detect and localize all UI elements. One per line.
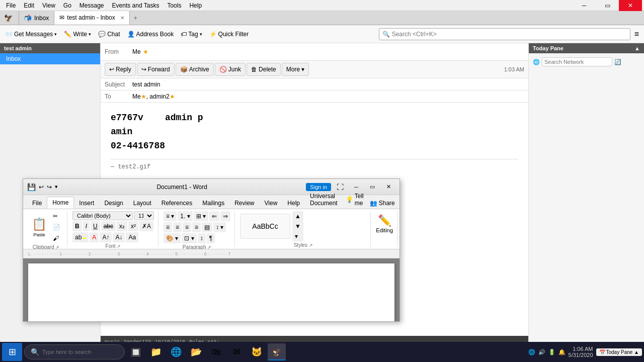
styles-expand[interactable]: ▾ [292,231,303,241]
start-button[interactable]: ⊞ [2,343,22,361]
write-button[interactable]: ✏️ Write ▾ [61,27,94,41]
tab-email[interactable]: ✉ test admin - Inbox ✕ [54,11,129,25]
archive-button[interactable]: 📦 Archive [176,63,214,76]
multilevel-button[interactable]: ⊞ ▾ [194,211,208,221]
word-close-button[interactable]: ✕ [381,182,395,192]
bullets-button[interactable]: ≡ ▾ [164,211,177,221]
word-save-icon[interactable]: 💾 [27,183,36,191]
junk-button[interactable]: 🚫 Junk [215,63,246,76]
search-input[interactable] [392,31,627,38]
shading-button[interactable]: 🎨 ▾ [164,233,181,243]
ribbon-tab-design[interactable]: Design [99,198,128,209]
taskbar-thunderbird-active[interactable]: 🦅 [268,343,286,360]
ribbon-tab-view[interactable]: View [260,198,283,209]
word-content[interactable] [38,274,384,314]
highlight-button[interactable]: ab▬ [72,232,89,242]
ribbon-tab-help[interactable]: Help [282,198,305,209]
from-star-icon[interactable]: ★ [143,48,148,55]
superscript-button[interactable]: x² [128,221,138,231]
network-search-input[interactable] [542,57,612,66]
editing-button[interactable]: ✏️ Editing [376,211,393,236]
menu-message[interactable]: Message [75,2,108,9]
borders-button[interactable]: ⊡ ▾ [182,233,196,243]
columns-button[interactable]: ▤ [202,222,212,232]
bold-button[interactable]: B [72,221,82,231]
clear-format-button[interactable]: ✗A [139,221,153,231]
format-painter-button[interactable]: 🖌 [50,233,63,243]
italic-button[interactable]: I [83,221,90,231]
styles-scroll-up[interactable]: ▲ [292,211,303,221]
ribbon-tab-layout[interactable]: Layout [128,198,156,209]
ribbon-tab-references[interactable]: References [156,198,197,209]
ribbon-tab-universal[interactable]: Universal Document [305,191,343,209]
sort-button[interactable]: ↕ [198,233,206,243]
font-name-dropdown[interactable]: Calibri (Body) [72,211,133,220]
tag-button[interactable]: 🏷 Tag ▾ [178,27,205,41]
tray-sound-icon[interactable]: 🔊 [538,349,545,355]
ribbon-tab-insert[interactable]: Insert [74,198,99,209]
tab-inbox[interactable]: 🦅 [0,11,19,25]
styles-gallery[interactable]: AaBbCc [240,214,290,239]
word-redo-icon[interactable]: ↪ [47,184,52,191]
ribbon-tab-review[interactable]: Review [229,198,259,209]
show-formatting-button[interactable]: ¶ [207,233,215,243]
align-right-button[interactable]: ≡ [183,222,191,232]
subscript-button[interactable]: x₂ [117,221,127,231]
menu-edit[interactable]: Edit [20,2,38,9]
clipboard-expand-icon[interactable]: ↗ [55,245,59,249]
cut-button[interactable]: ✂ [50,211,63,221]
taskbar-store[interactable]: 🛍 [207,343,225,361]
font-expand-icon[interactable]: ↗ [117,244,121,249]
copy-button[interactable]: 📄 [50,222,63,232]
taskbar-search-input[interactable] [42,349,113,355]
underline-button[interactable]: U [91,221,100,231]
align-left-button[interactable]: ≡ [164,222,172,232]
tab-inbox-label[interactable]: 📬 Inbox [19,11,54,25]
taskbar-mail[interactable]: ✉ [227,343,246,361]
increase-indent-button[interactable]: ⇒ [220,211,230,221]
menu-view[interactable]: View [38,2,59,9]
decrease-indent-button[interactable]: ⇐ [209,211,219,221]
forward-button[interactable]: ↪ Forward [137,63,175,76]
today-pane-button[interactable]: 📅 Today Pane ▲ [596,348,642,356]
menu-help[interactable]: Help [185,2,206,9]
menu-file[interactable]: File [2,2,20,9]
new-tab-button[interactable]: + [130,11,141,25]
font-size-up-button[interactable]: A↑ [100,232,112,242]
quick-filter-button[interactable]: ⚡ Quick Filter [206,27,252,41]
paste-button[interactable]: 📋 Paste [29,215,49,240]
taskbar-files[interactable]: 📂 [187,343,205,361]
font-size-dropdown[interactable]: 11 [134,211,154,220]
font-color-button[interactable]: A [90,232,99,242]
taskbar-explorer[interactable]: 📁 [147,343,165,361]
taskbar-clock[interactable]: 1:06 AM 5/31/2020 [569,346,593,358]
word-undo-icon[interactable]: ↩ [39,184,44,191]
ribbon-tab-share[interactable]: 👥 Share [367,198,398,209]
chat-button[interactable]: 💬 Chat [95,27,123,41]
word-restore-button[interactable]: ▭ [365,182,379,192]
ribbon-tab-mailings[interactable]: Mailings [197,198,229,209]
ribbon-tab-tellme[interactable]: 💡 Tell me [343,191,367,209]
tray-notification-icon[interactable]: 🔔 [558,349,566,355]
more-button[interactable]: More ▾ [282,63,309,76]
ribbon-tab-file[interactable]: File [27,198,47,209]
reply-button[interactable]: ↩ Reply [105,63,136,76]
font-size-down-button[interactable]: A↓ [113,232,125,242]
get-messages-button[interactable]: 📨 Get Messages ▾ [2,27,60,41]
menu-tools[interactable]: Tools [163,2,185,9]
align-center-button[interactable]: ≡ [173,222,182,232]
line-spacing-button[interactable]: ↕ ▾ [213,222,226,232]
change-case-button[interactable]: Aa [126,232,138,242]
today-pane-collapse[interactable]: ▲ [634,45,640,51]
folder-inbox[interactable]: Inbox [0,53,100,64]
taskbar-task-view[interactable]: 🔲 [127,343,145,361]
address-book-button[interactable]: 👤 Address Book [124,27,177,41]
ribbon-tab-home[interactable]: Home [47,197,74,209]
tray-network-icon[interactable]: 🌐 [528,349,535,355]
styles-scroll-down[interactable]: ▼ [292,221,303,231]
paragraph-expand-icon[interactable]: ↗ [207,245,211,249]
delete-button[interactable]: 🗑 Delete [247,63,281,76]
justify-button[interactable]: ≡ [192,222,201,232]
word-signin-button[interactable]: Sign in [306,183,331,191]
refresh-icon[interactable]: 🔄 [614,59,621,65]
